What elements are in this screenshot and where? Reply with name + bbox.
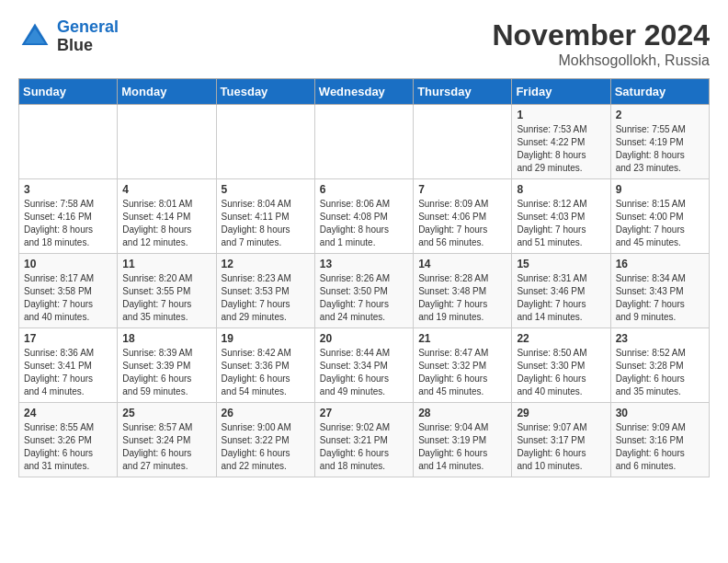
day-info: Sunrise: 9:09 AM Sunset: 3:16 PM Dayligh…	[616, 421, 704, 473]
calendar-week-row: 17Sunrise: 8:36 AM Sunset: 3:41 PM Dayli…	[19, 328, 710, 403]
day-number: 30	[616, 407, 704, 419]
day-number: 28	[418, 407, 506, 419]
calendar-cell: 2Sunrise: 7:55 AM Sunset: 4:19 PM Daylig…	[610, 105, 709, 179]
day-number: 26	[222, 407, 310, 419]
day-info: Sunrise: 8:23 AM Sunset: 3:53 PM Dayligh…	[222, 272, 310, 324]
day-number: 8	[517, 183, 605, 196]
day-number: 10	[24, 258, 112, 270]
day-info: Sunrise: 8:44 AM Sunset: 3:34 PM Dayligh…	[320, 347, 408, 398]
day-number: 7	[418, 183, 506, 196]
day-info: Sunrise: 8:36 AM Sunset: 3:41 PM Dayligh…	[24, 347, 112, 398]
calendar-cell: 28Sunrise: 9:04 AM Sunset: 3:19 PM Dayli…	[414, 403, 512, 477]
calendar-cell: 30Sunrise: 9:09 AM Sunset: 3:16 PM Dayli…	[610, 403, 709, 477]
location-title: Mokhsogollokh, Russia	[492, 52, 710, 69]
day-number: 22	[517, 332, 605, 345]
day-info: Sunrise: 8:42 AM Sunset: 3:36 PM Dayligh…	[222, 347, 310, 398]
calendar-cell: 17Sunrise: 8:36 AM Sunset: 3:41 PM Dayli…	[19, 328, 118, 403]
page-header: General Blue November 2024 Mokhsogollokh…	[18, 18, 710, 69]
calendar-cell: 15Sunrise: 8:31 AM Sunset: 3:46 PM Dayli…	[512, 254, 610, 328]
day-info: Sunrise: 8:17 AM Sunset: 3:58 PM Dayligh…	[24, 272, 112, 324]
calendar-week-row: 1Sunrise: 7:53 AM Sunset: 4:22 PM Daylig…	[19, 105, 710, 179]
day-number: 24	[24, 407, 112, 419]
calendar-cell: 27Sunrise: 9:02 AM Sunset: 3:21 PM Dayli…	[314, 403, 413, 477]
day-info: Sunrise: 9:02 AM Sunset: 3:21 PM Dayligh…	[320, 421, 408, 473]
logo-text: General Blue	[57, 18, 119, 55]
day-number: 13	[320, 258, 408, 270]
day-info: Sunrise: 8:39 AM Sunset: 3:39 PM Dayligh…	[122, 347, 210, 398]
calendar-cell: 1Sunrise: 7:53 AM Sunset: 4:22 PM Daylig…	[512, 105, 610, 179]
weekday-header: Sunday	[19, 79, 118, 105]
day-info: Sunrise: 8:57 AM Sunset: 3:24 PM Dayligh…	[122, 421, 210, 473]
day-number: 2	[616, 109, 704, 121]
day-number: 19	[222, 332, 310, 345]
calendar-cell: 19Sunrise: 8:42 AM Sunset: 3:36 PM Dayli…	[216, 328, 314, 403]
weekday-header-row: SundayMondayTuesdayWednesdayThursdayFrid…	[19, 79, 710, 105]
calendar-cell: 5Sunrise: 8:04 AM Sunset: 4:11 PM Daylig…	[216, 179, 314, 254]
day-info: Sunrise: 8:06 AM Sunset: 4:08 PM Dayligh…	[320, 198, 408, 249]
day-number: 1	[517, 109, 605, 121]
calendar-cell: 10Sunrise: 8:17 AM Sunset: 3:58 PM Dayli…	[19, 254, 118, 328]
day-info: Sunrise: 8:52 AM Sunset: 3:28 PM Dayligh…	[616, 347, 704, 398]
day-info: Sunrise: 9:04 AM Sunset: 3:19 PM Dayligh…	[418, 421, 506, 473]
weekday-header: Thursday	[414, 79, 512, 105]
calendar-cell: 3Sunrise: 7:58 AM Sunset: 4:16 PM Daylig…	[19, 179, 118, 254]
day-number: 3	[24, 183, 112, 196]
day-info: Sunrise: 8:50 AM Sunset: 3:30 PM Dayligh…	[517, 347, 605, 398]
weekday-header: Wednesday	[314, 79, 413, 105]
weekday-header: Friday	[512, 79, 610, 105]
calendar-cell: 23Sunrise: 8:52 AM Sunset: 3:28 PM Dayli…	[610, 328, 709, 403]
day-number: 21	[418, 332, 506, 345]
calendar-cell: 7Sunrise: 8:09 AM Sunset: 4:06 PM Daylig…	[414, 179, 512, 254]
calendar: SundayMondayTuesdayWednesdayThursdayFrid…	[18, 78, 710, 477]
calendar-week-row: 3Sunrise: 7:58 AM Sunset: 4:16 PM Daylig…	[19, 179, 710, 254]
day-number: 27	[320, 407, 408, 419]
day-number: 12	[222, 258, 310, 270]
day-info: Sunrise: 8:01 AM Sunset: 4:14 PM Dayligh…	[122, 198, 210, 249]
calendar-cell: 20Sunrise: 8:44 AM Sunset: 3:34 PM Dayli…	[314, 328, 413, 403]
day-info: Sunrise: 7:53 AM Sunset: 4:22 PM Dayligh…	[517, 123, 605, 175]
day-info: Sunrise: 8:34 AM Sunset: 3:43 PM Dayligh…	[616, 272, 704, 324]
day-info: Sunrise: 8:15 AM Sunset: 4:00 PM Dayligh…	[616, 198, 704, 249]
day-info: Sunrise: 7:58 AM Sunset: 4:16 PM Dayligh…	[24, 198, 112, 249]
day-info: Sunrise: 8:28 AM Sunset: 3:48 PM Dayligh…	[418, 272, 506, 324]
calendar-cell: 12Sunrise: 8:23 AM Sunset: 3:53 PM Dayli…	[216, 254, 314, 328]
day-info: Sunrise: 8:20 AM Sunset: 3:55 PM Dayligh…	[122, 272, 210, 324]
calendar-cell	[118, 105, 216, 179]
logo-line2: Blue	[57, 37, 119, 55]
calendar-cell: 18Sunrise: 8:39 AM Sunset: 3:39 PM Dayli…	[118, 328, 216, 403]
day-number: 20	[320, 332, 408, 345]
calendar-cell: 8Sunrise: 8:12 AM Sunset: 4:03 PM Daylig…	[512, 179, 610, 254]
calendar-cell: 13Sunrise: 8:26 AM Sunset: 3:50 PM Dayli…	[314, 254, 413, 328]
day-info: Sunrise: 7:55 AM Sunset: 4:19 PM Dayligh…	[616, 123, 704, 175]
calendar-cell: 9Sunrise: 8:15 AM Sunset: 4:00 PM Daylig…	[610, 179, 709, 254]
day-info: Sunrise: 8:47 AM Sunset: 3:32 PM Dayligh…	[418, 347, 506, 398]
day-info: Sunrise: 8:31 AM Sunset: 3:46 PM Dayligh…	[517, 272, 605, 324]
title-block: November 2024 Mokhsogollokh, Russia	[492, 18, 710, 69]
calendar-week-row: 10Sunrise: 8:17 AM Sunset: 3:58 PM Dayli…	[19, 254, 710, 328]
calendar-week-row: 24Sunrise: 8:55 AM Sunset: 3:26 PM Dayli…	[19, 403, 710, 477]
calendar-cell: 29Sunrise: 9:07 AM Sunset: 3:17 PM Dayli…	[512, 403, 610, 477]
day-info: Sunrise: 9:00 AM Sunset: 3:22 PM Dayligh…	[222, 421, 310, 473]
day-info: Sunrise: 8:09 AM Sunset: 4:06 PM Dayligh…	[418, 198, 506, 249]
calendar-cell: 6Sunrise: 8:06 AM Sunset: 4:08 PM Daylig…	[314, 179, 413, 254]
day-number: 17	[24, 332, 112, 345]
calendar-cell	[314, 105, 413, 179]
calendar-cell: 25Sunrise: 8:57 AM Sunset: 3:24 PM Dayli…	[118, 403, 216, 477]
day-info: Sunrise: 8:26 AM Sunset: 3:50 PM Dayligh…	[320, 272, 408, 324]
calendar-cell: 24Sunrise: 8:55 AM Sunset: 3:26 PM Dayli…	[19, 403, 118, 477]
weekday-header: Tuesday	[216, 79, 314, 105]
calendar-cell	[19, 105, 118, 179]
day-info: Sunrise: 9:07 AM Sunset: 3:17 PM Dayligh…	[517, 421, 605, 473]
day-number: 16	[616, 258, 704, 270]
day-info: Sunrise: 8:04 AM Sunset: 4:11 PM Dayligh…	[222, 198, 310, 249]
logo: General Blue	[18, 18, 119, 55]
calendar-cell: 22Sunrise: 8:50 AM Sunset: 3:30 PM Dayli…	[512, 328, 610, 403]
logo-icon	[18, 20, 51, 53]
day-number: 14	[418, 258, 506, 270]
weekday-header: Saturday	[610, 79, 709, 105]
day-number: 6	[320, 183, 408, 196]
day-number: 29	[517, 407, 605, 419]
day-number: 5	[222, 183, 310, 196]
calendar-cell: 4Sunrise: 8:01 AM Sunset: 4:14 PM Daylig…	[118, 179, 216, 254]
day-number: 18	[122, 332, 210, 345]
